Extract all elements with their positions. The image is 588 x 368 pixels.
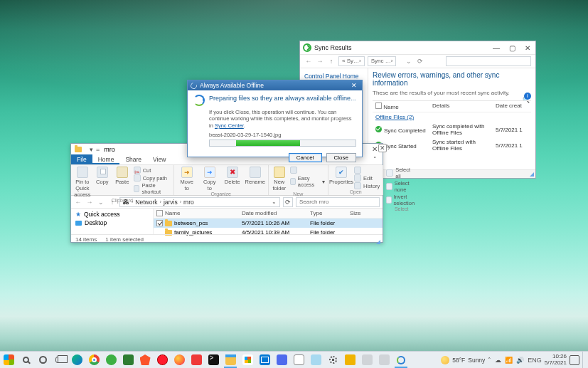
sync-forward-button[interactable]: → — [316, 57, 324, 65]
sync-search-input[interactable] — [446, 56, 531, 66]
nav-quick-access[interactable]: ★Quick access — [71, 210, 153, 219]
ribbon-collapse-button[interactable]: ˄ — [368, 154, 383, 164]
taskbar-app-notepad[interactable] — [307, 352, 324, 369]
close-button[interactable]: Close — [326, 153, 356, 162]
pin-quick-access-button[interactable]: Pin to Quick access — [74, 167, 91, 198]
taskbar-app-lock[interactable] — [341, 352, 358, 369]
sync-maximize-button[interactable]: ▢ — [504, 43, 520, 53]
paste-button[interactable]: Paste — [114, 167, 131, 185]
explorer-ribbon: Pin to Quick access Copy Paste Cut Copy … — [71, 164, 383, 196]
explorer-recent-button[interactable]: ⌄ — [97, 198, 105, 206]
ribbon-tab-share[interactable]: Share — [119, 154, 147, 164]
sync-row[interactable]: Sync Started Sync started with Offline F… — [373, 137, 531, 153]
tray-language[interactable]: ENG — [528, 357, 542, 364]
taskbar-app-mail[interactable] — [256, 352, 273, 369]
new-item-button[interactable] — [290, 167, 325, 174]
cortana-button[interactable] — [34, 352, 51, 369]
breadcrumb-dropdown[interactable]: ⌄ — [272, 199, 277, 205]
sync-header-checkbox[interactable] — [375, 102, 382, 109]
taskbar-app-terminal[interactable] — [205, 352, 222, 369]
taskbar-app-edge[interactable] — [68, 352, 85, 369]
show-desktop-button[interactable] — [582, 352, 585, 369]
explorer-breadcrumb[interactable]: 🖧 › Network› jarvis› mro ⌄ — [119, 197, 280, 207]
taskbar-app-chrome[interactable] — [85, 352, 102, 369]
taskbar-app-explorer[interactable] — [222, 352, 239, 369]
new-folder-button[interactable]: New folder — [272, 167, 287, 191]
info-icon[interactable]: i — [524, 93, 531, 100]
taskbar-app-green2[interactable] — [119, 352, 137, 369]
sync-minimize-button[interactable]: — — [488, 43, 504, 53]
taskbar-app-opera[interactable] — [154, 352, 171, 369]
invert-selection-button[interactable]: Invert selection — [386, 194, 417, 206]
explorer-search-input[interactable] — [296, 197, 380, 207]
tray-volume-icon[interactable]: 🔊 — [516, 357, 524, 364]
taskbar-app-calc[interactable] — [290, 352, 307, 369]
edit-button[interactable]: Edit — [354, 174, 380, 182]
task-view-button[interactable] — [51, 352, 68, 369]
ribbon-tab-view[interactable]: View — [147, 154, 171, 164]
taskbar-app-brave[interactable] — [137, 352, 154, 369]
list-header[interactable]: Name Date modified Type Size — [154, 209, 383, 219]
taskbar-app-store[interactable] — [239, 352, 256, 369]
select-none-button[interactable]: Select none — [386, 180, 417, 193]
taskbar-app-todo[interactable] — [273, 352, 290, 369]
cut-button[interactable]: Cut — [134, 167, 171, 174]
sync-titlebar[interactable]: Sync Results — ▢ ✕ — [300, 41, 535, 54]
taskbar-weather[interactable]: 58°F Sunny — [441, 356, 485, 364]
taskbar-app-misc1[interactable] — [358, 352, 375, 369]
taskbar-clock[interactable]: 10:26 5/7/2021 — [545, 354, 567, 366]
sync-breadcrumb-seg2[interactable]: Sync … › — [368, 56, 397, 66]
dialog-titlebar[interactable]: Always Available Offline ✕ — [188, 80, 362, 90]
control-panel-home-link[interactable]: Control Panel Home — [304, 73, 363, 80]
header-checkbox[interactable] — [156, 210, 163, 216]
sync-group-offline-files[interactable]: Offline Files (2) — [373, 112, 531, 122]
sync-breadcrumb-dropdown[interactable]: ⌄ — [405, 57, 413, 65]
taskbar-app-misc2[interactable] — [375, 352, 392, 369]
delete-button[interactable]: Delete — [223, 167, 242, 185]
list-item[interactable]: between_pcs 5/7/2021 10:26 AM File folde… — [154, 219, 383, 228]
resize-grip-icon[interactable] — [376, 240, 380, 244]
history-button[interactable]: History — [354, 182, 380, 189]
move-to-button[interactable]: Move to — [177, 167, 197, 191]
sync-breadcrumb-seg1[interactable]: « Sy… › — [338, 56, 365, 66]
copy-button[interactable]: Copy — [94, 167, 111, 185]
tray-network-icon[interactable]: 📶 — [505, 357, 513, 364]
sync-center-link[interactable]: Sync Center — [215, 122, 244, 129]
properties-button[interactable]: Properties — [331, 167, 351, 185]
taskbar-search-button[interactable] — [17, 352, 34, 369]
tray-onedrive-icon[interactable]: ☁ — [495, 357, 501, 364]
explorer-detached-close[interactable]: ✕ — [378, 144, 387, 152]
explorer-back-button[interactable]: ← — [74, 198, 82, 206]
rename-button[interactable]: Rename — [245, 167, 265, 185]
explorer-refresh-button[interactable]: ⟳ — [283, 197, 293, 207]
taskbar-app-vivaldi[interactable] — [188, 352, 205, 369]
ribbon-tab-home[interactable]: Home — [92, 154, 120, 164]
taskbar-app-settings[interactable] — [324, 352, 341, 369]
sync-table-header[interactable]: Name Details Date creat — [373, 101, 531, 112]
taskbar-app-sync-center[interactable] — [392, 352, 410, 369]
explorer-forward-button[interactable]: → — [85, 198, 94, 206]
cancel-button[interactable]: Cancel — [289, 153, 322, 162]
tray-overflow-button[interactable]: ˄ — [488, 357, 491, 364]
nav-desktop[interactable]: Desktop — [71, 219, 153, 227]
easy-access-button[interactable]: Easy access ▾ — [290, 175, 325, 188]
ribbon-tab-file[interactable]: File — [71, 154, 92, 164]
action-center-button[interactable] — [570, 355, 579, 365]
sync-back-button[interactable]: ← — [304, 57, 313, 65]
start-button[interactable] — [0, 352, 17, 369]
open-button[interactable] — [354, 167, 380, 174]
sync-row[interactable]: Sync Completed Sync completed with Offli… — [373, 122, 531, 137]
row-checkbox[interactable] — [156, 220, 163, 226]
explorer-up-button[interactable]: ↑ — [108, 198, 117, 206]
taskbar-app-firefox[interactable] — [171, 352, 188, 369]
sync-close-button[interactable]: ✕ — [520, 43, 535, 53]
taskbar-app-green[interactable] — [102, 352, 119, 369]
sync-subline: These are the results of your most recen… — [373, 90, 531, 96]
copy-path-button[interactable]: Copy path — [134, 174, 171, 182]
dialog-close-button[interactable]: ✕ — [349, 81, 359, 90]
paste-shortcut-button[interactable]: Paste shortcut — [134, 182, 171, 195]
sync-refresh-button[interactable]: ⟳ — [416, 57, 424, 65]
select-all-button[interactable]: Select all — [386, 167, 417, 179]
copy-to-button[interactable]: Copy to — [200, 167, 220, 191]
sync-up-button[interactable]: ↑ — [327, 57, 336, 65]
